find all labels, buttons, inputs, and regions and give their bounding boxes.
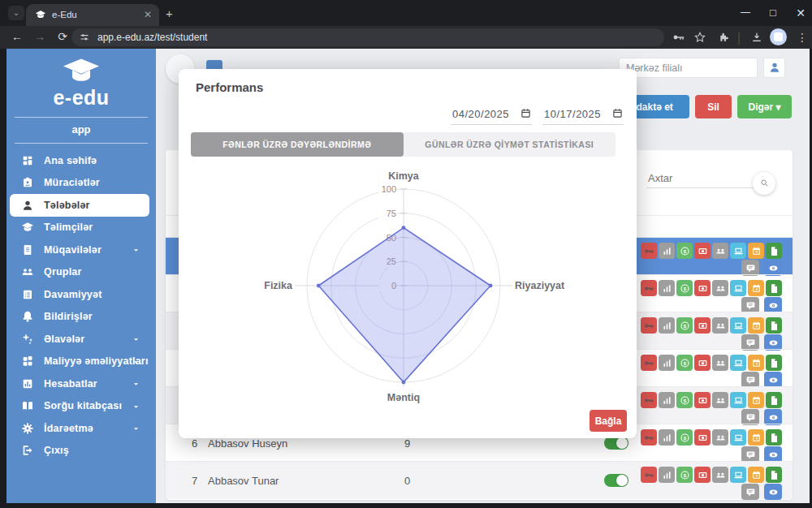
dollar-action-button[interactable]: $ [676, 429, 693, 446]
eye-action-button[interactable] [764, 260, 782, 276]
close-button[interactable]: Bağla [590, 410, 627, 432]
card-action-button[interactable] [694, 392, 710, 408]
tab-close-icon[interactable]: ✕ [144, 9, 152, 20]
stats-action-button[interactable] [659, 392, 675, 408]
search-input[interactable] [646, 168, 754, 188]
chat-action-button[interactable] [741, 334, 759, 351]
passwords-key-icon[interactable] [672, 31, 685, 44]
active-toggle[interactable] [604, 437, 628, 450]
calendar-action-button[interactable] [748, 243, 764, 259]
card-action-button[interactable] [694, 467, 710, 483]
eye-action-button[interactable] [764, 409, 782, 425]
calendar-icon[interactable] [612, 108, 623, 118]
forward-icon[interactable]: → [32, 30, 47, 43]
browser-tab[interactable]: e-Edu ✕ [26, 4, 159, 26]
file-action-button[interactable] [766, 317, 782, 334]
extensions-icon[interactable] [718, 31, 731, 44]
group-action-button[interactable] [712, 355, 728, 371]
chat-action-button[interactable] [741, 260, 759, 276]
sidebar-item-muqavileler[interactable]: Müqavilələr [10, 239, 149, 261]
dollar-action-button[interactable]: $ [676, 317, 693, 334]
eye-action-button[interactable] [764, 334, 782, 351]
key-action-button[interactable] [641, 355, 657, 371]
stats-action-button[interactable] [659, 467, 675, 483]
key-action-button[interactable] [641, 317, 657, 334]
calendar-action-button[interactable] [748, 355, 764, 371]
group-action-button[interactable] [712, 467, 728, 483]
stats-action-button[interactable] [659, 429, 675, 446]
chat-action-button[interactable] [741, 446, 759, 463]
stats-action-button[interactable] [659, 355, 675, 371]
file-action-button[interactable] [766, 243, 782, 259]
group-action-button[interactable] [712, 429, 728, 446]
window-maximize-button[interactable]: □ [767, 6, 780, 19]
card-action-button[interactable] [694, 317, 710, 334]
file-action-button[interactable] [766, 429, 782, 446]
calendar-action-button[interactable] [748, 317, 764, 334]
window-minimize-button[interactable]: — [739, 6, 752, 18]
file-action-button[interactable] [766, 280, 782, 296]
calendar-action-button[interactable] [748, 429, 764, 446]
card-action-button[interactable] [694, 243, 710, 259]
sidebar-item-qruplar[interactable]: Qruplar [10, 261, 149, 284]
card-action-button[interactable] [694, 280, 710, 296]
stats-action-button[interactable] [659, 317, 675, 334]
profile-avatar[interactable] [770, 28, 787, 45]
key-action-button[interactable] [641, 280, 657, 296]
group-action-button[interactable] [712, 243, 728, 259]
key-action-button[interactable] [641, 429, 657, 446]
laptop-action-button[interactable] [730, 280, 746, 296]
stats-action-button[interactable] [659, 280, 675, 296]
sidebar-item-sorgu-kitabcasi[interactable]: Sorğu kitabçası [10, 395, 149, 418]
stats-action-button[interactable] [659, 243, 675, 259]
laptop-action-button[interactable] [730, 355, 746, 371]
delete-button[interactable]: Sil [695, 95, 732, 118]
calendar-action-button[interactable] [748, 467, 764, 483]
date-to-input[interactable]: 10/17/2025 [542, 105, 624, 125]
laptop-action-button[interactable] [730, 429, 746, 446]
chat-action-button[interactable] [741, 409, 759, 425]
tab-search-button[interactable]: ⌄ [8, 6, 24, 20]
url-bar[interactable]: app.e-edu.az/test/student [71, 28, 664, 46]
new-tab-button[interactable]: + [166, 6, 173, 20]
dollar-action-button[interactable]: $ [676, 355, 693, 371]
chat-action-button[interactable] [741, 372, 759, 388]
group-action-button[interactable] [712, 280, 728, 296]
key-action-button[interactable] [641, 467, 657, 483]
eye-action-button[interactable] [764, 484, 782, 500]
menu-kebab-icon[interactable]: ⋮ [796, 31, 809, 44]
dollar-action-button[interactable]: $ [676, 280, 693, 296]
back-icon[interactable]: ← [10, 30, 24, 43]
sidebar-item-hesabatlar[interactable]: Hesabatlar [10, 372, 149, 395]
sidebar-item-telimciler[interactable]: Təlimçilər [10, 217, 149, 239]
user-button[interactable] [763, 58, 785, 78]
file-action-button[interactable] [766, 355, 782, 371]
reload-icon[interactable]: ⟳ [55, 30, 70, 43]
sidebar-item-muracietler[interactable]: Müraciətlər [10, 172, 149, 195]
dollar-action-button[interactable]: $ [676, 243, 693, 259]
active-toggle[interactable] [604, 474, 628, 487]
window-close-button[interactable]: ✕ [794, 6, 807, 19]
card-action-button[interactable] [694, 355, 710, 371]
card-action-button[interactable] [694, 429, 710, 446]
sidebar-item-bildirisler[interactable]: Bildirişlər [10, 306, 149, 329]
laptop-action-button[interactable] [730, 243, 746, 259]
tab-daily-grade-stats[interactable]: GÜNLƏR ÜZRƏ QİYMƏT STATİSTİKASI [404, 132, 616, 157]
group-action-button[interactable] [712, 317, 728, 334]
file-action-button[interactable] [766, 467, 782, 483]
sidebar-item-ana-sehife[interactable]: Ana səhifə [10, 149, 149, 172]
tab-subject-assessment[interactable]: FƏNLƏR ÜZRƏ DƏYƏRLƏNDİRMƏ [191, 132, 404, 157]
file-action-button[interactable] [766, 392, 782, 408]
dollar-action-button[interactable]: $ [676, 392, 693, 408]
key-action-button[interactable] [641, 392, 657, 408]
calendar-action-button[interactable] [748, 280, 764, 296]
sidebar-item-telebeler[interactable]: Tələbələr [10, 194, 149, 217]
laptop-action-button[interactable] [730, 392, 746, 408]
key-action-button[interactable] [641, 243, 657, 259]
eye-action-button[interactable] [764, 297, 782, 313]
branch-input[interactable] [619, 58, 758, 78]
other-dropdown-button[interactable]: Digər ▾ [737, 95, 792, 118]
sidebar-item-davamiyyet[interactable]: Davamiyyət [10, 283, 149, 306]
dollar-action-button[interactable]: $ [676, 467, 693, 483]
download-icon[interactable] [750, 31, 763, 44]
